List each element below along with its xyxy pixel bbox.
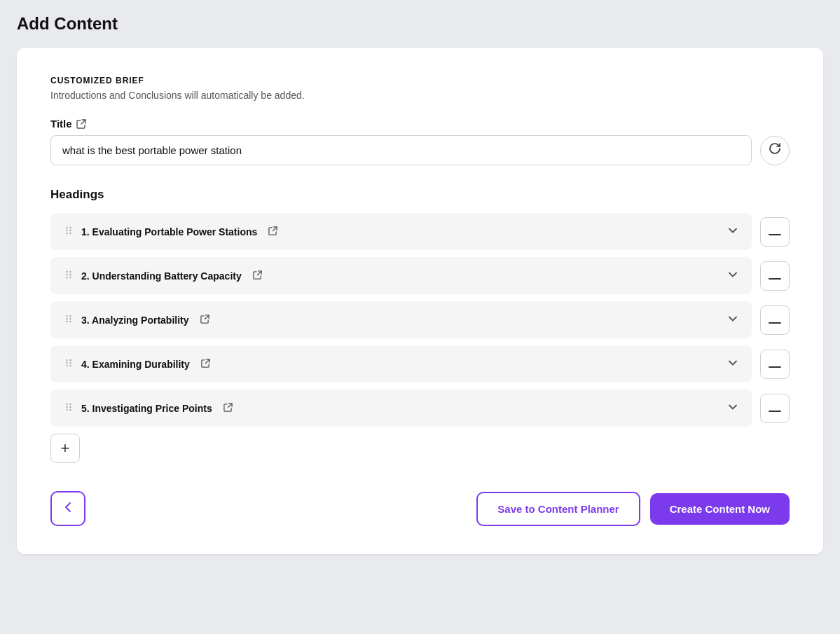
chevron-down-icon bbox=[727, 312, 739, 327]
heading-text: 4. Examining Durability bbox=[81, 359, 190, 370]
remove-heading-button[interactable] bbox=[760, 261, 790, 291]
main-card: CUSTOMIZED BRIEF Introductions and Concl… bbox=[17, 48, 823, 554]
svg-point-5 bbox=[69, 232, 71, 233]
svg-point-19 bbox=[69, 359, 71, 360]
heading-text: 1. Evaluating Portable Power Stations bbox=[81, 226, 257, 237]
headings-label: Headings bbox=[50, 188, 790, 202]
heading-item[interactable]: 5. Investigating Price Points bbox=[50, 390, 752, 427]
svg-point-2 bbox=[66, 229, 67, 230]
remove-heading-button[interactable] bbox=[760, 350, 790, 379]
svg-point-14 bbox=[66, 317, 67, 319]
chevron-down-icon bbox=[727, 401, 739, 415]
drag-handle-icon[interactable] bbox=[63, 401, 74, 415]
heading-row: 4. Examining Durability bbox=[50, 345, 790, 383]
svg-point-17 bbox=[69, 320, 71, 322]
heading-left: 5. Investigating Price Points bbox=[63, 401, 233, 415]
refresh-icon bbox=[768, 142, 782, 159]
remove-heading-button[interactable] bbox=[760, 394, 790, 423]
minus-icon bbox=[769, 268, 781, 284]
svg-point-11 bbox=[69, 276, 71, 277]
svg-point-21 bbox=[69, 361, 71, 363]
footer-row: Save to Content Planner Create Content N… bbox=[50, 491, 790, 526]
minus-icon bbox=[769, 312, 781, 328]
minus-icon bbox=[769, 400, 781, 416]
chevron-down-icon bbox=[727, 268, 739, 283]
heading-item[interactable]: 2. Understanding Battery Capacity bbox=[50, 257, 752, 294]
remove-heading-button[interactable] bbox=[760, 217, 790, 247]
heading-left: 1. Evaluating Portable Power Stations bbox=[63, 225, 277, 239]
heading-text: 3. Analyzing Portability bbox=[81, 315, 189, 326]
remove-heading-button[interactable] bbox=[760, 305, 790, 335]
svg-point-7 bbox=[69, 270, 71, 272]
chevron-down-icon bbox=[727, 357, 739, 371]
svg-point-24 bbox=[66, 403, 67, 404]
heading-item[interactable]: 3. Analyzing Portability bbox=[50, 301, 752, 338]
chevron-down-icon bbox=[727, 224, 739, 239]
svg-point-16 bbox=[66, 320, 67, 322]
heading-left: 4. Examining Durability bbox=[63, 357, 210, 371]
section-subtitle: Introductions and Conclusions will autom… bbox=[50, 90, 790, 101]
create-content-now-button[interactable]: Create Content Now bbox=[650, 493, 790, 525]
heading-left: 2. Understanding Battery Capacity bbox=[63, 269, 262, 283]
drag-handle-icon[interactable] bbox=[63, 225, 74, 239]
drag-handle-icon[interactable] bbox=[63, 357, 74, 371]
back-button[interactable] bbox=[50, 491, 85, 526]
heading-external-link-icon[interactable] bbox=[268, 226, 277, 237]
svg-point-8 bbox=[66, 273, 67, 275]
svg-point-23 bbox=[69, 364, 71, 366]
svg-point-27 bbox=[69, 406, 71, 407]
svg-point-10 bbox=[66, 276, 67, 277]
add-heading-button[interactable]: + bbox=[50, 434, 80, 463]
heading-external-link-icon[interactable] bbox=[223, 403, 233, 414]
svg-point-6 bbox=[66, 270, 67, 272]
heading-text: 2. Understanding Battery Capacity bbox=[81, 270, 242, 282]
svg-point-28 bbox=[66, 408, 67, 410]
heading-external-link-icon[interactable] bbox=[253, 270, 262, 282]
title-external-link-icon[interactable] bbox=[76, 119, 86, 129]
svg-point-4 bbox=[66, 232, 67, 233]
heading-item[interactable]: 1. Evaluating Portable Power Stations bbox=[50, 213, 752, 250]
svg-point-20 bbox=[66, 361, 67, 363]
heading-item[interactable]: 4. Examining Durability bbox=[50, 345, 752, 383]
heading-row: 3. Analyzing Portability bbox=[50, 301, 790, 338]
svg-point-12 bbox=[66, 315, 67, 316]
heading-row: 5. Investigating Price Points bbox=[50, 390, 790, 427]
heading-external-link-icon[interactable] bbox=[201, 359, 210, 370]
svg-point-13 bbox=[69, 315, 71, 316]
heading-row: 2. Understanding Battery Capacity bbox=[50, 257, 790, 294]
save-to-planner-button[interactable]: Save to Content Planner bbox=[476, 492, 640, 526]
svg-point-15 bbox=[69, 317, 71, 319]
svg-point-26 bbox=[66, 406, 67, 407]
section-label: CUSTOMIZED BRIEF bbox=[50, 76, 790, 85]
svg-point-3 bbox=[69, 229, 71, 230]
back-arrow-icon bbox=[60, 499, 76, 518]
svg-point-18 bbox=[66, 359, 67, 360]
headings-list: 1. Evaluating Portable Power Stations bbox=[50, 213, 790, 427]
heading-text: 5. Investigating Price Points bbox=[81, 403, 212, 414]
svg-point-0 bbox=[66, 226, 67, 228]
heading-row: 1. Evaluating Portable Power Stations bbox=[50, 213, 790, 250]
minus-icon bbox=[769, 223, 781, 240]
svg-point-29 bbox=[69, 408, 71, 410]
title-field-label: Title bbox=[50, 118, 72, 130]
heading-left: 3. Analyzing Portability bbox=[63, 313, 209, 327]
footer-actions: Save to Content Planner Create Content N… bbox=[476, 492, 790, 526]
svg-point-25 bbox=[69, 403, 71, 404]
minus-icon bbox=[769, 356, 781, 372]
heading-external-link-icon[interactable] bbox=[200, 315, 209, 326]
page-title: Add Content bbox=[17, 14, 823, 34]
refresh-button[interactable] bbox=[760, 136, 790, 165]
svg-point-22 bbox=[66, 364, 67, 366]
svg-point-1 bbox=[69, 226, 71, 228]
drag-handle-icon[interactable] bbox=[63, 269, 74, 283]
drag-handle-icon[interactable] bbox=[63, 313, 74, 327]
svg-point-9 bbox=[69, 273, 71, 275]
title-input[interactable] bbox=[50, 135, 752, 165]
